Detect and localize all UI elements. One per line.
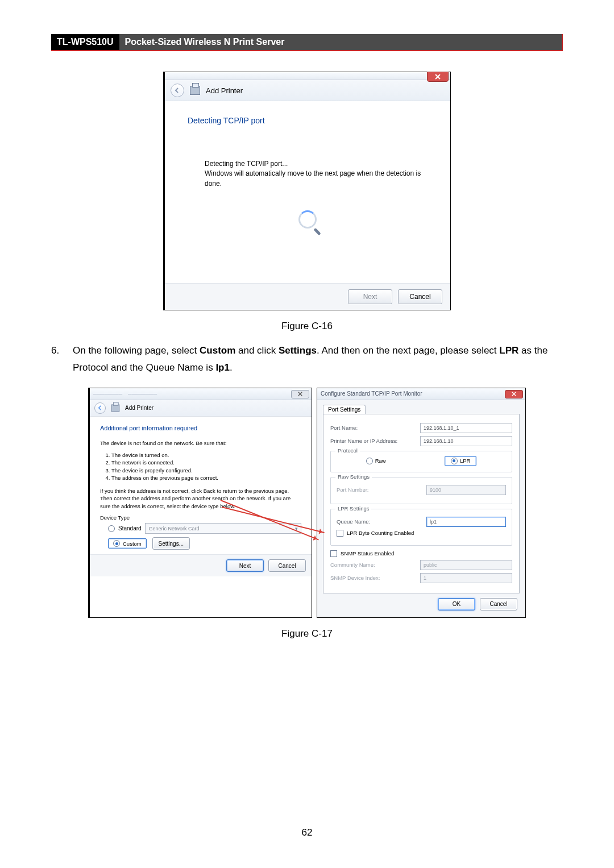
- close-icon: [298, 392, 302, 396]
- snmp-label: SNMP Status Enabled: [341, 550, 394, 556]
- arrow-left-icon: [175, 88, 180, 93]
- radio-lpr[interactable]: LPR: [445, 456, 476, 466]
- snmp-index-label: SNMP Device Index:: [330, 575, 416, 581]
- protocol-legend: Protocol: [335, 447, 360, 454]
- back-icon[interactable]: [171, 84, 184, 97]
- close-button[interactable]: [427, 72, 449, 82]
- detect-line-1: Detecting the TCP/IP port...: [205, 159, 428, 169]
- next-button[interactable]: Next: [348, 289, 392, 304]
- queue-label: Queue Name:: [337, 518, 422, 525]
- dialog-heading: Additional port information required: [100, 425, 301, 431]
- next-button[interactable]: Next: [226, 559, 264, 572]
- para2: If you think the address is not correct,…: [100, 487, 301, 510]
- header-rule: [51, 50, 563, 51]
- additional-port-info-dialog: ──────── ──────── Add Printer Additional…: [88, 388, 312, 618]
- dialog-titlebar: ──────── ────────: [90, 388, 312, 400]
- port-name-label: Port Name:: [330, 425, 416, 431]
- close-icon: [435, 74, 441, 80]
- tab-port-settings[interactable]: Port Settings: [323, 405, 366, 414]
- header-model: TL-WPS510U: [51, 34, 119, 50]
- figure-c17-caption: Figure C-17: [51, 628, 563, 639]
- checklist: The device is turned on. The network is …: [111, 451, 301, 481]
- radio-standard-row[interactable]: Standard Generic Network Card: [108, 523, 301, 534]
- list-item: The network is connected.: [111, 459, 301, 466]
- arrow-left-icon: [98, 405, 103, 410]
- ip-label: Printer Name or IP Address:: [330, 438, 416, 444]
- figure-c16-caption: Figure C-16: [51, 321, 563, 332]
- raw-legend: Raw Settings: [335, 474, 372, 480]
- dialog-title: Configure Standard TCP/IP Port Monitor: [321, 391, 422, 397]
- add-printer-label: Add Printer: [206, 86, 243, 95]
- port-name-value[interactable]: 192.168.1.10_1: [420, 423, 512, 433]
- lpr-legend: LPR Settings: [335, 505, 371, 512]
- standard-combo[interactable]: Generic Network Card: [145, 523, 301, 534]
- close-button[interactable]: [505, 390, 523, 398]
- list-item: The device is turned on.: [111, 451, 301, 459]
- dialog-heading: Detecting TCP/IP port: [188, 116, 428, 125]
- lpr-byte-label: LPR Byte Counting Enabled: [347, 530, 414, 536]
- dialog-titlebar: Configure Standard TCP/IP Port Monitor: [317, 388, 525, 400]
- lead-text: The device is not found on the network. …: [100, 439, 301, 447]
- community-label: Community Name:: [330, 562, 416, 568]
- add-printer-label: Add Printer: [125, 405, 154, 411]
- radio-custom-label: Custom: [123, 541, 142, 547]
- step-text: On the following page, select Custom and…: [73, 342, 563, 376]
- radio-standard-label: Standard: [118, 525, 142, 531]
- list-item: The address on the previous page is corr…: [111, 474, 301, 481]
- lpr-byte-checkbox[interactable]: [337, 530, 343, 537]
- ok-button[interactable]: OK: [438, 598, 475, 610]
- page-number: 62: [0, 827, 614, 838]
- add-printer-detecting-dialog: Add Printer Detecting TCP/IP port Detect…: [163, 72, 451, 310]
- radio-raw[interactable]: Raw: [366, 458, 386, 464]
- raw-port-label: Port Number:: [337, 487, 422, 493]
- printer-icon: [111, 404, 119, 412]
- detect-line-2: Windows will automatically move to the n…: [205, 169, 428, 189]
- list-item: The device is properly configured.: [111, 467, 301, 474]
- radio-custom-box[interactable]: Custom: [108, 538, 147, 549]
- searching-icon: [297, 209, 318, 230]
- raw-label: Raw: [375, 458, 386, 464]
- snmp-index-value: 1: [420, 573, 512, 583]
- queue-value[interactable]: lp1: [426, 517, 506, 527]
- close-icon: [512, 392, 516, 396]
- lpr-label: LPR: [460, 458, 470, 464]
- step-number: 6.: [51, 342, 64, 376]
- header-title: Pocket-Sized Wireless N Print Server: [119, 34, 563, 50]
- community-value: public: [420, 560, 512, 570]
- close-button[interactable]: [291, 390, 309, 398]
- ip-value[interactable]: 192.168.1.10: [420, 436, 512, 446]
- dialog-nav: Add Printer: [165, 80, 450, 101]
- snmp-checkbox[interactable]: [330, 550, 337, 557]
- printer-icon: [190, 86, 200, 95]
- raw-port-value: 9100: [426, 485, 506, 495]
- dialog-nav: Add Printer: [90, 400, 312, 417]
- cancel-button[interactable]: Cancel: [480, 598, 517, 610]
- back-icon[interactable]: [94, 402, 106, 414]
- cancel-button[interactable]: Cancel: [398, 289, 442, 304]
- radio-custom: [113, 540, 120, 547]
- port-settings-dialog: Configure Standard TCP/IP Port Monitor P…: [317, 388, 526, 618]
- radio-standard[interactable]: [108, 525, 115, 532]
- dialog-titlebar: [165, 72, 450, 80]
- cancel-button[interactable]: Cancel: [268, 559, 306, 572]
- settings-button[interactable]: Settings...: [152, 537, 190, 550]
- step-6: 6. On the following page, select Custom …: [51, 342, 563, 376]
